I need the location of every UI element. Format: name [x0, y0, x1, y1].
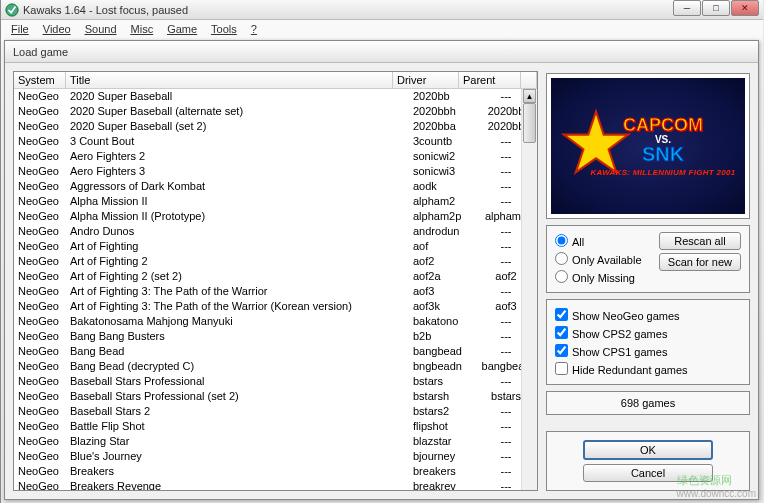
check-cps2[interactable]: Show CPS2 games: [555, 324, 741, 342]
game-list: System Title Driver Parent NeoGeo2020 Su…: [13, 71, 538, 491]
menu-file[interactable]: File: [5, 23, 35, 35]
right-panel: CAPCOM VS. SNK KAWAKS: MILLENNIUM FIGHT …: [546, 71, 750, 491]
table-row[interactable]: NeoGeoArt of Fighting 2 (set 2)aof2aaof2: [14, 269, 537, 284]
load-game-dialog: Load game System Title Driver Parent Neo…: [4, 40, 759, 500]
table-row[interactable]: NeoGeoBreakers Revengebreakrev---: [14, 479, 537, 490]
table-row[interactable]: NeoGeoAlpha Mission II (Prototype)alpham…: [14, 209, 537, 224]
table-row[interactable]: NeoGeo3 Count Bout3countb---: [14, 134, 537, 149]
menu-video[interactable]: Video: [37, 23, 77, 35]
radio-only-available[interactable]: Only Available: [555, 250, 642, 268]
table-row[interactable]: NeoGeoArt of Fightingaof---: [14, 239, 537, 254]
table-row[interactable]: NeoGeoArt of Fighting 3: The Path of the…: [14, 299, 537, 314]
app-icon: [5, 3, 19, 17]
menu-tools[interactable]: Tools: [205, 23, 243, 35]
menu-sound[interactable]: Sound: [79, 23, 123, 35]
game-preview-image: CAPCOM VS. SNK KAWAKS: MILLENNIUM FIGHT …: [551, 78, 745, 214]
check-hide-redundant[interactable]: Hide Redundant games: [555, 360, 741, 378]
col-scrollpad: [521, 72, 537, 88]
table-row[interactable]: NeoGeoBang Beadbangbead---: [14, 344, 537, 359]
check-cps1[interactable]: Show CPS1 games: [555, 342, 741, 360]
dialog-title: Load game: [5, 41, 758, 63]
table-row[interactable]: NeoGeoBattle Flip Shotflipshot---: [14, 419, 537, 434]
table-row[interactable]: NeoGeoAndro Dunosandrodun---: [14, 224, 537, 239]
col-system[interactable]: System: [14, 72, 66, 88]
table-row[interactable]: NeoGeoAlpha Mission IIalpham2---: [14, 194, 537, 209]
game-count: 698 games: [621, 397, 675, 409]
col-title[interactable]: Title: [66, 72, 393, 88]
col-parent[interactable]: Parent: [459, 72, 521, 88]
minimize-button[interactable]: ─: [673, 0, 701, 16]
menu-misc[interactable]: Misc: [125, 23, 160, 35]
count-panel: 698 games: [546, 391, 750, 415]
preview-capcom: CAPCOM: [590, 115, 735, 136]
preview-snk: SNK: [590, 143, 735, 166]
scroll-thumb[interactable]: [523, 103, 536, 143]
list-body: NeoGeo2020 Super Baseball2020bb---NeoGeo…: [14, 89, 537, 490]
window-controls: ─ □ ✕: [673, 0, 759, 16]
table-row[interactable]: NeoGeoAggressors of Dark Kombataodk---: [14, 179, 537, 194]
col-driver[interactable]: Driver: [393, 72, 459, 88]
dialog-buttons: OK Cancel: [546, 431, 750, 491]
close-button[interactable]: ✕: [731, 0, 759, 16]
table-row[interactable]: NeoGeo2020 Super Baseball2020bb---: [14, 89, 537, 104]
menu-help[interactable]: ?: [245, 23, 263, 35]
table-row[interactable]: NeoGeoBakatonosama Mahjong Manyukibakato…: [14, 314, 537, 329]
maximize-button[interactable]: □: [702, 0, 730, 16]
menubar: File Video Sound Misc Game Tools ?: [1, 20, 763, 38]
rescan-button[interactable]: Rescan all: [659, 232, 741, 250]
radio-all[interactable]: All: [555, 232, 642, 250]
table-row[interactable]: NeoGeo2020 Super Baseball (alternate set…: [14, 104, 537, 119]
scan-new-button[interactable]: Scan for new: [659, 253, 741, 271]
preview-panel: CAPCOM VS. SNK KAWAKS: MILLENNIUM FIGHT …: [546, 73, 750, 219]
table-row[interactable]: NeoGeo2020 Super Baseball (set 2)2020bba…: [14, 119, 537, 134]
check-neogeo[interactable]: Show NeoGeo games: [555, 306, 741, 324]
scroll-up-icon[interactable]: ▲: [523, 89, 536, 103]
menu-game[interactable]: Game: [161, 23, 203, 35]
table-row[interactable]: NeoGeoBang Bead (decrypted C)bngbeadnban…: [14, 359, 537, 374]
preview-subtitle: KAWAKS: MILLENNIUM FIGHT 2001: [590, 168, 735, 177]
table-row[interactable]: NeoGeoBlue's Journeybjourney---: [14, 449, 537, 464]
table-row[interactable]: NeoGeoBang Bang Bustersb2b---: [14, 329, 537, 344]
show-panel: Show NeoGeo games Show CPS2 games Show C…: [546, 299, 750, 385]
table-row[interactable]: NeoGeoArt of Fighting 2aof2---: [14, 254, 537, 269]
table-row[interactable]: NeoGeoBaseball Stars 2bstars2---: [14, 404, 537, 419]
list-header: System Title Driver Parent: [14, 72, 537, 89]
window-title: Kawaks 1.64 - Lost focus, paused: [23, 4, 188, 16]
scrollbar[interactable]: ▲: [521, 89, 537, 490]
table-row[interactable]: NeoGeoBlazing Starblazstar---: [14, 434, 537, 449]
table-row[interactable]: NeoGeoBreakersbreakers---: [14, 464, 537, 479]
filter-panel: All Only Available Only Missing Rescan a…: [546, 225, 750, 293]
table-row[interactable]: NeoGeoAero Fighters 2sonicwi2---: [14, 149, 537, 164]
table-row[interactable]: NeoGeoBaseball Stars Professionalbstars-…: [14, 374, 537, 389]
cancel-button[interactable]: Cancel: [583, 464, 713, 482]
ok-button[interactable]: OK: [583, 440, 713, 460]
radio-only-missing[interactable]: Only Missing: [555, 268, 642, 286]
main-window: Kawaks 1.64 - Lost focus, paused ─ □ ✕ F…: [0, 0, 763, 503]
titlebar: Kawaks 1.64 - Lost focus, paused ─ □ ✕: [1, 0, 763, 20]
table-row[interactable]: NeoGeoAero Fighters 3sonicwi3---: [14, 164, 537, 179]
table-row[interactable]: NeoGeoBaseball Stars Professional (set 2…: [14, 389, 537, 404]
table-row[interactable]: NeoGeoArt of Fighting 3: The Path of the…: [14, 284, 537, 299]
